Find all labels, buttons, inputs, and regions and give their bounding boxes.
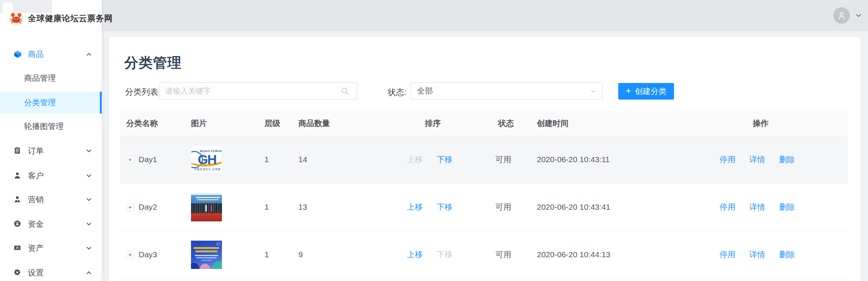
move-up-link[interactable]: 上移 <box>407 249 423 260</box>
crab-logo-icon <box>8 11 24 26</box>
sidebar-item-marketing[interactable]: 营销 <box>0 189 102 210</box>
asset-card-icon <box>14 244 22 252</box>
sidebar-item-label: 客户 <box>28 170 44 181</box>
delete-link[interactable]: 删除 <box>779 249 795 260</box>
sidebar-item-category-management[interactable]: 分类管理 <box>0 92 102 114</box>
product-count: 14 <box>292 136 399 183</box>
sidebar-item-assets[interactable]: 资产 <box>0 237 102 259</box>
coin-yen-icon <box>14 220 22 228</box>
col-header-name: 分类名称 <box>120 111 185 136</box>
image-text: 博鳌亚洲论坛·全球健 <box>194 167 220 171</box>
status-value: 可用 <box>488 231 530 278</box>
disable-link[interactable]: 停用 <box>720 154 735 165</box>
category-image <box>191 193 222 221</box>
expand-row-button[interactable]: + <box>126 203 134 211</box>
move-down-link[interactable]: 下移 <box>437 154 452 165</box>
clipboard-icon <box>14 147 22 155</box>
cube-icon <box>14 50 22 58</box>
content-card: 分类管理 分类列表 状态: 全部 + 创建分类 分类名称 图片 <box>109 37 860 281</box>
sidebar-item-product-management[interactable]: 商品管理 <box>0 67 102 89</box>
chevron-down-icon <box>86 221 92 227</box>
delete-link[interactable]: 删除 <box>779 154 795 165</box>
status-value: 可用 <box>488 136 530 183</box>
created-time: 2020-06-20 10:43:41 <box>530 183 712 231</box>
chevron-down-icon <box>855 12 862 19</box>
category-name: Day1 <box>139 155 157 164</box>
detail-link[interactable]: 详情 <box>749 249 765 260</box>
sidebar-item-label: 商品管理 <box>24 73 56 83</box>
sidebar-item-funds[interactable]: 资金 <box>0 213 102 235</box>
category-name: Day2 <box>139 203 157 212</box>
chevron-down-icon <box>86 173 92 179</box>
table-row: + Day1 BOAO FORUM F GH 博鳌亚洲论坛·全球健 1 1 <box>120 136 848 183</box>
status-value: 可用 <box>488 183 530 231</box>
category-list-label: 分类列表 <box>125 86 158 98</box>
col-header-count: 商品数量 <box>292 111 399 136</box>
col-header-image: 图片 <box>185 111 258 136</box>
status-select[interactable]: 全部 <box>411 82 603 100</box>
created-time: 2020-06-20 10:44:13 <box>530 231 712 278</box>
created-time: 2020-06-20 10:43:11 <box>530 136 712 183</box>
col-header-operations: 操作 <box>712 111 848 136</box>
sidebar: 全球健康论坛云票务网 商品 商品管理 分类管理 轮播图管理 <box>0 0 102 281</box>
brand-title: 全球健康论坛云票务网 <box>28 13 113 24</box>
chevron-up-icon <box>86 270 92 276</box>
sidebar-item-products[interactable]: 商品 <box>0 43 102 65</box>
chevron-down-icon <box>590 88 596 94</box>
detail-link[interactable]: 详情 <box>749 202 765 212</box>
user-menu[interactable] <box>833 0 862 31</box>
table-row: + Day2 1 13 上移 <box>120 183 848 231</box>
sidebar-item-settings[interactable]: 设置 <box>0 262 102 281</box>
product-count: 13 <box>292 183 399 231</box>
sidebar-item-label: 商品 <box>28 49 44 60</box>
gear-icon <box>14 269 22 277</box>
col-header-status: 状态 <box>488 111 530 136</box>
move-down-link[interactable]: 下移 <box>437 202 452 212</box>
search-icon <box>341 87 349 95</box>
page-title: 分类管理 <box>124 54 182 72</box>
category-image: BOAO FORUM F GH 博鳌亚洲论坛·全球健 <box>191 146 222 174</box>
plus-icon: + <box>626 86 631 95</box>
move-down-link: 下移 <box>437 249 452 260</box>
category-level: 1 <box>258 231 292 278</box>
sidebar-item-orders[interactable]: 订单 <box>0 140 102 162</box>
sidebar-item-label: 分类管理 <box>24 97 56 108</box>
chevron-up-icon <box>86 51 92 57</box>
chevron-down-icon <box>86 148 92 154</box>
category-name: Day3 <box>139 250 157 259</box>
expand-row-button[interactable]: + <box>126 156 134 164</box>
delete-link[interactable]: 删除 <box>779 202 795 212</box>
user-tie-icon <box>14 195 22 204</box>
disable-link[interactable]: 停用 <box>720 249 735 260</box>
sidebar-item-label: 资金 <box>28 219 44 229</box>
col-header-sort: 排序 <box>399 111 488 136</box>
user-icon <box>837 11 847 20</box>
table-row: + Day3 1 9 上移 <box>120 231 848 278</box>
move-up-link[interactable]: 上移 <box>407 202 423 212</box>
status-select-value: 全部 <box>417 86 433 96</box>
sidebar-item-label: 设置 <box>28 267 44 278</box>
category-table: 分类名称 图片 层级 商品数量 排序 状态 创建时间 操作 + Day1 <box>120 111 848 279</box>
expand-row-button[interactable]: + <box>126 251 134 259</box>
user-icon <box>14 172 22 180</box>
keyword-search-input[interactable] <box>159 82 357 100</box>
category-image <box>191 241 222 269</box>
sidebar-item-label: 轮播图管理 <box>24 121 64 132</box>
sidebar-item-carousel-management[interactable]: 轮播图管理 <box>0 115 102 137</box>
product-count: 9 <box>292 231 399 278</box>
brand-logo[interactable]: 全球健康论坛云票务网 <box>8 11 113 26</box>
chevron-down-icon <box>86 245 92 251</box>
category-level: 1 <box>258 136 292 183</box>
table-header-row: 分类名称 图片 层级 商品数量 排序 状态 创建时间 操作 <box>120 111 848 136</box>
chevron-down-icon <box>86 197 92 203</box>
col-header-level: 层级 <box>258 111 292 136</box>
sidebar-item-label: 订单 <box>28 146 44 156</box>
category-level: 1 <box>258 183 292 231</box>
create-category-button[interactable]: + 创建分类 <box>618 83 674 100</box>
sidebar-item-label: 资产 <box>28 243 44 253</box>
move-up-link: 上移 <box>407 154 423 165</box>
detail-link[interactable]: 详情 <box>749 154 765 165</box>
disable-link[interactable]: 停用 <box>720 202 735 212</box>
sidebar-item-customers[interactable]: 客户 <box>0 165 102 187</box>
sidebar-item-label: 营销 <box>28 194 44 205</box>
